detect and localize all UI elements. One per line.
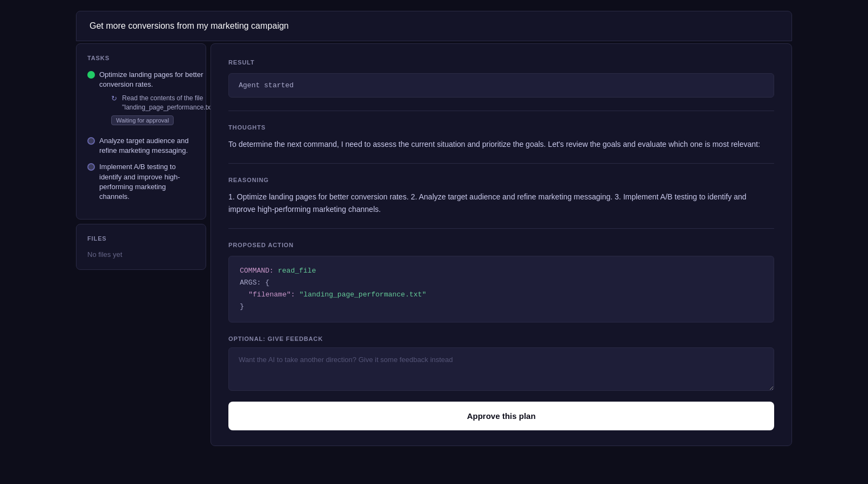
result-text: Agent started bbox=[239, 81, 293, 89]
code-command-key: COMMAND: bbox=[240, 267, 273, 275]
approve-button[interactable]: Approve this plan bbox=[228, 402, 774, 430]
code-line-3: "filename": "landing_page_performance.tx… bbox=[240, 289, 763, 301]
task-2-text: Analyze target audience and refine marke… bbox=[99, 136, 195, 156]
code-line-1: COMMAND: read_file bbox=[240, 265, 763, 277]
task-item-2: Analyze target audience and refine marke… bbox=[87, 136, 195, 156]
thoughts-label: THOUGHTS bbox=[228, 124, 774, 131]
code-line-4: } bbox=[240, 301, 763, 313]
tasks-label: TASKS bbox=[87, 55, 195, 61]
divider-3 bbox=[228, 228, 774, 229]
feedback-label: OPTIONAL: GIVE FEEDBACK bbox=[228, 335, 774, 342]
code-box: COMMAND: read_file ARGS: { "filename": "… bbox=[228, 256, 774, 322]
code-filename-key: "filename": bbox=[248, 291, 295, 299]
task-1-subtask: ↻ Read the contents of the file "landing… bbox=[111, 94, 216, 125]
feedback-textarea[interactable] bbox=[228, 347, 774, 391]
no-files-text: No files yet bbox=[87, 250, 195, 259]
header-bar: Get more conversions from my marketing c… bbox=[76, 11, 792, 41]
divider-2 bbox=[228, 163, 774, 164]
waiting-badge: Waiting for approval bbox=[111, 115, 174, 125]
files-label: FILES bbox=[87, 235, 195, 242]
task-1-text: Optimize landing pages for better conver… bbox=[99, 70, 216, 89]
task-3-text: Implement A/B testing to identify and im… bbox=[99, 162, 195, 202]
subtask-1-text: Read the contents of the file "landing_p… bbox=[122, 94, 216, 112]
code-line-2: ARGS: { bbox=[240, 277, 763, 289]
tasks-box: TASKS Optimize landing pages for better … bbox=[76, 43, 206, 220]
page-title: Get more conversions from my marketing c… bbox=[90, 21, 778, 31]
code-filename-value: "landing_page_performance.txt" bbox=[299, 291, 426, 299]
divider-1 bbox=[228, 111, 774, 111]
code-close-brace: } bbox=[240, 302, 244, 311]
task-active-icon bbox=[87, 71, 95, 79]
thoughts-text: To determine the next command, I need to… bbox=[228, 138, 774, 150]
right-panel: RESULT Agent started THOUGHTS To determi… bbox=[210, 43, 792, 446]
task-pending-icon-3 bbox=[87, 163, 95, 171]
code-args: ARGS: { bbox=[240, 279, 270, 287]
proposed-label: PROPOSED ACTION bbox=[228, 242, 774, 248]
result-box: Agent started bbox=[228, 73, 774, 98]
reasoning-label: REASONING bbox=[228, 177, 774, 183]
outer-container: Get more conversions from my marketing c… bbox=[76, 11, 792, 446]
left-panel: TASKS Optimize landing pages for better … bbox=[76, 43, 206, 270]
main-content: TASKS Optimize landing pages for better … bbox=[76, 43, 792, 446]
code-command-value: read_file bbox=[278, 267, 316, 275]
result-label: RESULT bbox=[228, 59, 774, 66]
reasoning-text: 1. Optimize landing pages for better con… bbox=[228, 191, 774, 215]
task-item-1: Optimize landing pages for better conver… bbox=[87, 70, 195, 130]
loading-icon: ↻ bbox=[111, 94, 119, 102]
task-pending-icon-2 bbox=[87, 137, 95, 145]
task-item-3: Implement A/B testing to identify and im… bbox=[87, 162, 195, 202]
files-box: FILES No files yet bbox=[76, 224, 206, 270]
